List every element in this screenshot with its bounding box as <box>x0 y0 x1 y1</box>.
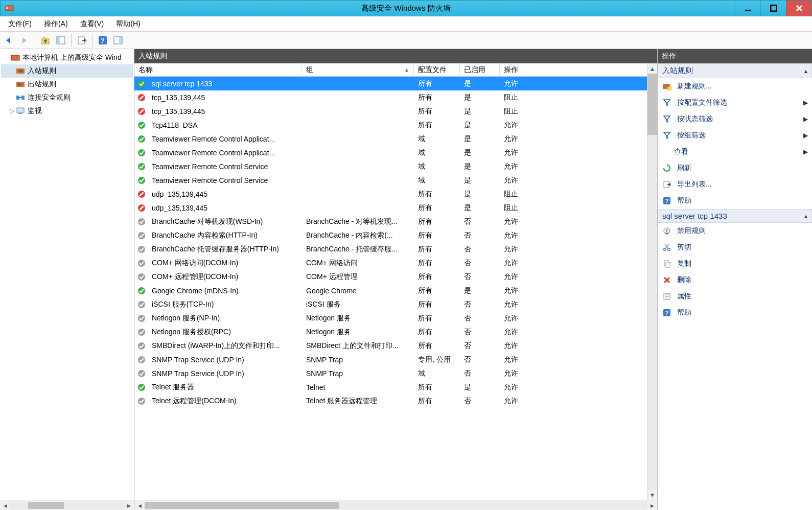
show-hide-tree-button[interactable] <box>54 33 68 48</box>
menu-action[interactable]: 操作(A) <box>39 18 73 30</box>
rule-row[interactable]: Netlogon 服务授权(RPC)Netlogon 服务所有否允许 <box>134 325 647 339</box>
scroll-left-icon[interactable]: ◂ <box>0 501 10 510</box>
scroll-down-icon[interactable]: ▾ <box>647 490 657 500</box>
scroll-thumb[interactable] <box>145 502 339 509</box>
rule-profile: 所有 <box>414 397 460 406</box>
rule-row[interactable]: tcp_135,139,445所有是阻止 <box>134 90 647 104</box>
col-header-profile[interactable]: 配置文件 <box>414 63 460 76</box>
rule-name: Teamviewer Remote Control Applicat... <box>148 135 302 143</box>
tree-outbound-rules[interactable]: 出站规则 <box>1 78 133 91</box>
rule-row[interactable]: Telnet 远程管理(DCOM-In)Telnet 服务器远程管理所有否允许 <box>134 394 647 408</box>
rule-row[interactable]: Teamviewer Remote Control Service域是允许 <box>134 159 647 173</box>
rule-row[interactable]: udp_135,139,445所有是阻止 <box>134 187 647 201</box>
scroll-right-icon[interactable]: ▸ <box>647 501 657 510</box>
tree-hscrollbar[interactable]: ◂ ▸ <box>0 500 134 510</box>
action-help[interactable]: ? 帮助 <box>658 193 812 209</box>
tree-inbound-rules[interactable]: 入站规则 <box>1 64 133 78</box>
action-view[interactable]: 查看 ▶ <box>658 144 812 160</box>
col-header-enabled[interactable]: 已启用 <box>460 63 500 76</box>
actions-section-selected-rule[interactable]: sql server tcp 1433 ▴ <box>658 209 812 223</box>
rule-row[interactable]: COM+ 远程管理(DCOM-In)COM+ 远程管理所有否允许 <box>134 270 647 284</box>
minimize-button[interactable] <box>735 1 760 16</box>
show-hide-actions-button[interactable] <box>111 33 125 48</box>
action-delete[interactable]: 删除 <box>658 272 812 288</box>
nav-back-button[interactable] <box>2 33 16 48</box>
rule-row[interactable]: BranchCache 对等机发现(WSD-In)BranchCache - 对… <box>134 215 647 228</box>
tree-root[interactable]: 本地计算机 上的高级安全 Wind <box>1 51 133 64</box>
rule-row[interactable]: BranchCache 托管缓存服务器(HTTP-In)BranchCache … <box>134 242 647 256</box>
rule-row[interactable]: udp_135,139,445所有是阻止 <box>134 201 647 215</box>
action-copy[interactable]: 复制 <box>658 256 812 272</box>
rule-row[interactable]: Teamviewer Remote Control Applicat...域是允… <box>134 132 647 146</box>
scope-tree-pane: 本地计算机 上的高级安全 Wind 入站规则 出站规则 连接安全规则 ▷ 监视 … <box>0 49 134 510</box>
tree-inbound-label: 入站规则 <box>28 66 56 76</box>
action-properties[interactable]: 属性 <box>658 288 812 305</box>
svg-text:?: ? <box>665 310 669 316</box>
tree-monitor[interactable]: ▷ 监视 <box>1 104 133 118</box>
scroll-thumb[interactable] <box>647 74 657 135</box>
action-filter-profile[interactable]: 按配置文件筛选 ▶ <box>658 95 812 111</box>
rule-row[interactable]: Tcp4118_DSA所有是允许 <box>134 118 647 132</box>
actions-section-inbound[interactable]: 入站规则 ▴ <box>658 63 812 78</box>
grid-hscrollbar[interactable]: ◂ ▸ <box>134 500 657 510</box>
up-button[interactable] <box>38 33 53 48</box>
rule-name: Teamviewer Remote Control Applicat... <box>148 149 302 157</box>
maximize-button[interactable] <box>760 1 786 16</box>
menu-help[interactable]: 帮助(H) <box>111 18 145 30</box>
rule-row[interactable]: Telnet 服务器Telnet所有是允许 <box>134 380 647 394</box>
rule-action: 允许 <box>500 369 524 378</box>
expand-icon[interactable]: ▷ <box>8 107 15 114</box>
action-export[interactable]: 导出列表... <box>658 176 812 193</box>
rule-group: Netlogon 服务 <box>302 314 414 323</box>
close-button[interactable] <box>786 1 811 16</box>
nav-forward-button[interactable] <box>17 33 32 48</box>
rule-row[interactable]: Netlogon 服务(NP-In)Netlogon 服务所有否允许 <box>134 311 647 325</box>
rule-row[interactable]: COM+ 网络访问(DCOM-In)COM+ 网络访问所有否允许 <box>134 256 647 270</box>
rule-row[interactable]: SNMP Trap Service (UDP In)SNMP Trap域否允许 <box>134 366 647 380</box>
action-new-rule[interactable]: 新建规则... <box>658 78 812 95</box>
rule-status-icon <box>134 135 148 143</box>
collapse-icon[interactable]: ▴ <box>804 213 807 220</box>
rule-row[interactable]: BranchCache 内容检索(HTTP-In)BranchCache - 内… <box>134 228 647 242</box>
action-filter-state[interactable]: 按状态筛选 ▶ <box>658 111 812 127</box>
action-disable-rule[interactable]: 禁用规则 <box>658 223 812 239</box>
action-filter-group[interactable]: 按组筛选 ▶ <box>658 127 812 144</box>
help-button[interactable]: ? <box>96 33 110 48</box>
svg-point-38 <box>138 273 145 281</box>
rule-action: 允许 <box>500 272 524 282</box>
rule-row[interactable]: SNMP Trap Service (UDP In)SNMP Trap专用, 公… <box>134 353 647 366</box>
rule-row[interactable]: SMBDirect (iWARP-In)上的文件和打印...SMBDirect … <box>134 339 647 353</box>
scroll-track[interactable] <box>10 502 124 509</box>
scroll-thumb[interactable] <box>28 502 64 509</box>
grid-vscrollbar[interactable]: ▴ ▾ <box>647 63 657 500</box>
rules-grid[interactable]: 名称 组 配置文件 已启用 操作 sql server tcp 1433所有是允… <box>134 63 647 500</box>
menu-view[interactable]: 查看(V) <box>75 18 109 30</box>
rule-row[interactable]: Teamviewer Remote Control Applicat...域是允… <box>134 146 647 159</box>
scroll-right-icon[interactable]: ▸ <box>124 501 134 510</box>
action-help-2[interactable]: ? 帮助 <box>658 305 812 321</box>
rule-action: 允许 <box>500 231 524 240</box>
scroll-up-icon[interactable]: ▴ <box>647 63 657 74</box>
rule-row[interactable]: tcp_135,139,445所有是阻止 <box>134 104 647 118</box>
action-cut[interactable]: 剪切 <box>658 239 812 256</box>
rule-action: 允许 <box>500 328 524 337</box>
rule-row[interactable]: Google Chrome (mDNS-In)Google Chrome所有是允… <box>134 284 647 297</box>
col-header-action[interactable]: 操作 <box>500 63 524 76</box>
menu-file[interactable]: 文件(F) <box>3 18 37 30</box>
rule-row[interactable]: Teamviewer Remote Control Service域是允许 <box>134 173 647 187</box>
action-refresh[interactable]: 刷新 <box>658 160 812 176</box>
rule-action: 允许 <box>500 314 524 323</box>
export-button[interactable] <box>75 33 89 48</box>
scroll-left-icon[interactable]: ◂ <box>134 501 145 510</box>
col-header-group[interactable]: 组 <box>302 63 414 76</box>
rule-row[interactable]: iSCSI 服务(TCP-In)iSCSI 服务所有否允许 <box>134 297 647 311</box>
rule-row[interactable]: sql server tcp 1433所有是允许 <box>134 77 647 90</box>
rule-name: Teamviewer Remote Control Service <box>148 176 302 184</box>
tree-connsec-label: 连接安全规则 <box>28 93 71 102</box>
collapse-icon[interactable]: ▴ <box>804 67 807 75</box>
export-icon <box>662 179 672 190</box>
tree-connsec-rules[interactable]: 连接安全规则 <box>1 91 133 104</box>
col-header-name[interactable]: 名称 <box>134 63 302 76</box>
scope-tree[interactable]: 本地计算机 上的高级安全 Wind 入站规则 出站规则 连接安全规则 ▷ 监视 <box>0 49 134 500</box>
svg-text:?: ? <box>101 37 105 44</box>
